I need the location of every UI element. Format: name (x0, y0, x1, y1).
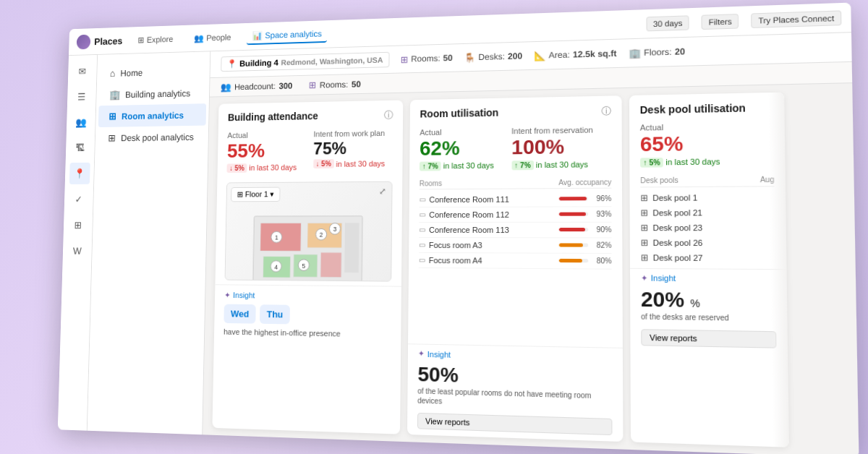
room-bar-3: 82% (559, 241, 612, 249)
room-bar-fill-2 (559, 228, 585, 231)
nav-explore[interactable]: ⊞ Explore (132, 31, 179, 48)
floor-selector[interactable]: ⊞ Floor 1 ▾ (231, 187, 281, 202)
building-attendance-card: Building attendance ⓘ Actual 55% ↓ 5% in… (212, 100, 403, 434)
nav-people[interactable]: 👥 People (189, 29, 237, 46)
desk-card-header: Desk pool utilisation (629, 93, 785, 121)
explore-icon: ⊞ (137, 35, 144, 44)
insight-text-label: Insight (233, 291, 255, 300)
room-bar-bg-4 (559, 259, 588, 262)
desk-icon: ⊞ (108, 132, 116, 143)
nav-item-desk[interactable]: ⊞ Desk pool analytics (98, 126, 206, 149)
room-utilisation-card: Room utilisation ⓘ Actual 62% ↑ 7% in la… (407, 95, 623, 442)
room-table-header: Rooms Avg. occupancy (420, 178, 612, 189)
room-name-1: ▭ Conference Room 112 (419, 210, 558, 218)
desk-pool-icon-0: ⊞ (640, 192, 648, 202)
desk-insight: ✦ Insight 20% % of the desks are reserve… (630, 268, 788, 328)
nav-item-room[interactable]: ⊞ Room analytics (98, 103, 206, 127)
room-bar-bg-2 (559, 228, 588, 231)
people-icon: 👥 (194, 33, 204, 43)
attendance-info-icon[interactable]: ⓘ (384, 109, 393, 122)
room-icon-2: ▭ (419, 226, 425, 234)
room-bar-bg-1 (559, 213, 588, 216)
desk-pools-col: Desk pools (640, 176, 678, 184)
desk-pool-row-1: ⊞ Desk pool 21 (640, 205, 775, 220)
room-title: Room utilisation (420, 107, 498, 120)
location-icon: 📍 (227, 59, 237, 69)
svg-text:3: 3 (333, 226, 337, 233)
day-wed: Wed (224, 304, 256, 323)
room-spark-icon: ✦ (418, 349, 425, 359)
nav-item-building[interactable]: 🏢 Building analytics (99, 82, 207, 106)
attendance-insight: ✦ Insight Wed Thu have the highest in-of… (214, 284, 401, 345)
room-view-reports[interactable]: View reports (417, 413, 613, 435)
desk-title: Desk pool utilisation (640, 102, 746, 116)
svg-text:2: 2 (320, 231, 323, 239)
floor-label: Floor 1 (245, 190, 268, 199)
sidebar-icon-grid[interactable]: ⊞ (67, 214, 88, 236)
room-bar-fill-1 (559, 213, 587, 216)
nav-item-home[interactable]: ⌂ Home (99, 60, 207, 85)
intent-change-badge: ↓ 5% (313, 159, 334, 168)
desk-spark-icon: ✦ (641, 273, 648, 283)
rooms-col-header: Rooms (420, 179, 442, 187)
headcount-value: 300 (278, 80, 292, 90)
app-name: Places (94, 35, 122, 46)
room-stats: Actual 62% ↑ 7% in last 30 days Intent f… (409, 122, 622, 177)
room-row-3: ▭ Focus room A3 82% (419, 238, 612, 254)
days-button[interactable]: 30 days (646, 15, 689, 31)
desk-insight-desc: of the desks are reserved (641, 312, 776, 323)
room-intent-suffix: in last 30 days (536, 160, 588, 170)
desk-view-reports[interactable]: View reports (641, 329, 776, 348)
desk-table-header: Desk pools Aug (640, 175, 774, 187)
room-card-header: Room utilisation ⓘ (410, 95, 622, 125)
floor-plan-svg: 1 2 3 4 5 (225, 202, 391, 281)
nav-spacer (339, 24, 634, 33)
room-bar-2: 90% (559, 226, 612, 234)
desk-actual-badge: ↑ 5% (640, 158, 663, 168)
svg-rect-6 (344, 223, 359, 272)
sidebar-icon-check[interactable]: ✓ (68, 188, 89, 210)
desk-pools-table: Desk pools Aug ⊞ Desk pool 1 ⊞ Desk pool… (629, 172, 786, 269)
desk-pool-icon-1: ⊞ (640, 207, 648, 218)
actual-label: Actual (227, 130, 297, 140)
desk-actual-value: 65% (640, 132, 720, 156)
sidebar-icon-people[interactable]: 👥 (70, 111, 91, 133)
area-value: 12.5k sq.ft (573, 48, 617, 60)
rooms-label: Rooms: (411, 53, 441, 64)
try-places-button[interactable]: Try Places Connect (752, 10, 842, 28)
room-row-2: ▭ Conference Room 113 90% (419, 223, 611, 239)
map-expand-icon[interactable]: ⤢ (379, 186, 386, 196)
filters-button[interactable]: Filters (702, 14, 739, 30)
nav-space-analytics[interactable]: 📊 Space analytics (247, 25, 327, 44)
main-layout: ✉ ☰ 👥 🏗 📍 ✓ ⊞ W ⌂ Home 🏢 Building analyt… (58, 33, 859, 454)
headcount-label: Headcount: (234, 81, 276, 92)
building-icon: 🏢 (109, 89, 120, 100)
desk-actual-label: Actual (640, 122, 720, 132)
room-info-icon[interactable]: ⓘ (601, 105, 611, 118)
rooms-metric-value: 50 (352, 79, 361, 89)
rooms-icon: ⊞ (401, 53, 409, 64)
desk-insight-number: 20% (641, 288, 684, 312)
room-intent-value: 100% (511, 136, 593, 159)
room-bar-bg-3 (559, 244, 588, 247)
floor-icon: ⊞ (237, 190, 244, 200)
room-row-0: ▭ Conference Room 111 96% (419, 192, 611, 207)
left-nav: ⌂ Home 🏢 Building analytics ⊞ Room analy… (88, 51, 211, 434)
intent-change: ↓ 5% in last 30 days (313, 159, 386, 169)
sidebar-icon-places[interactable]: 📍 (69, 163, 90, 184)
sidebar-icon-word[interactable]: W (67, 240, 88, 262)
content-area: 📍 Building 4 Redmond, Washington, USA ⊞ … (203, 33, 859, 454)
svg-text:1: 1 (275, 234, 278, 241)
room-name-3: ▭ Focus room A3 (419, 241, 559, 250)
day-pills: Wed Thu (224, 304, 391, 325)
attendance-stats: Actual 55% ↓ 5% in last 30 days Intent f… (217, 126, 403, 179)
sidebar-icon-mail[interactable]: ✉ (72, 60, 93, 82)
room-intent-badge: ↑ 7% (511, 160, 534, 170)
sidebar-icon-org[interactable]: 🏗 (69, 137, 90, 158)
room-pct-0: 96% (592, 194, 611, 202)
rooms-metric-label: Rooms: (320, 80, 348, 90)
room-bar-4: 80% (559, 257, 612, 265)
room-bar-fill-3 (559, 244, 583, 247)
desk-pool-row-0: ⊞ Desk pool 1 (640, 189, 775, 205)
sidebar-icon-menu[interactable]: ☰ (72, 86, 93, 108)
